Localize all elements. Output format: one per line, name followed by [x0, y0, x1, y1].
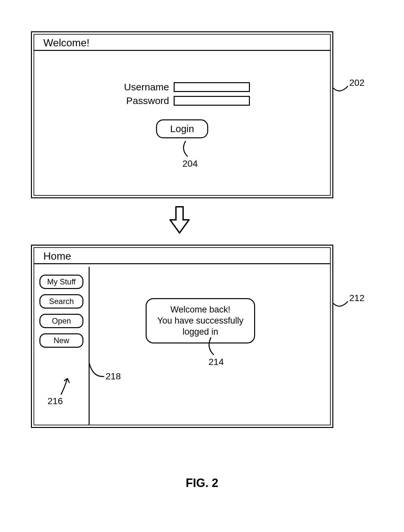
password-label: Password — [114, 95, 169, 106]
callout-214: 214 — [209, 357, 224, 367]
callout-216: 216 — [48, 396, 63, 406]
welcome-message-line2: You have successfully — [154, 315, 247, 327]
login-window: Welcome! Username Password Login — [31, 31, 333, 198]
password-row: Password — [34, 95, 330, 106]
callout-202: 202 — [349, 78, 365, 88]
callout-218: 218 — [106, 371, 121, 382]
login-window-inner: Welcome! Username Password Login — [34, 34, 331, 196]
flow-arrow-icon — [169, 206, 190, 234]
welcome-message-line3: logged in — [154, 327, 247, 338]
username-label: Username — [114, 82, 169, 93]
home-window-inner: Home My Stuff Search Open New Welcome ba… — [34, 247, 331, 425]
login-window-title: Welcome! — [34, 35, 330, 51]
home-window: Home My Stuff Search Open New Welcome ba… — [31, 245, 333, 428]
password-input[interactable] — [174, 96, 250, 106]
home-body: My Stuff Search Open New Welcome back! Y… — [34, 267, 330, 425]
home-window-title: Home — [34, 248, 330, 264]
new-button[interactable]: New — [39, 333, 83, 348]
callout-leader-204 — [178, 141, 197, 159]
username-input[interactable] — [174, 82, 250, 92]
welcome-message: Welcome back! You have successfully logg… — [146, 298, 255, 343]
callout-204: 204 — [182, 159, 198, 169]
search-button[interactable]: Search — [39, 294, 83, 309]
callout-212: 212 — [349, 293, 365, 303]
open-button[interactable]: Open — [39, 314, 83, 328]
login-button[interactable]: Login — [156, 119, 208, 138]
welcome-message-line1: Welcome back! — [154, 304, 247, 315]
username-row: Username — [34, 82, 330, 93]
login-form: Username Password Login — [34, 53, 330, 195]
my-stuff-button[interactable]: My Stuff — [39, 275, 83, 289]
callout-arrow-216-icon — [58, 375, 73, 397]
figure-label: FIG. 2 — [0, 476, 404, 490]
callout-leader-214 — [203, 337, 223, 357]
